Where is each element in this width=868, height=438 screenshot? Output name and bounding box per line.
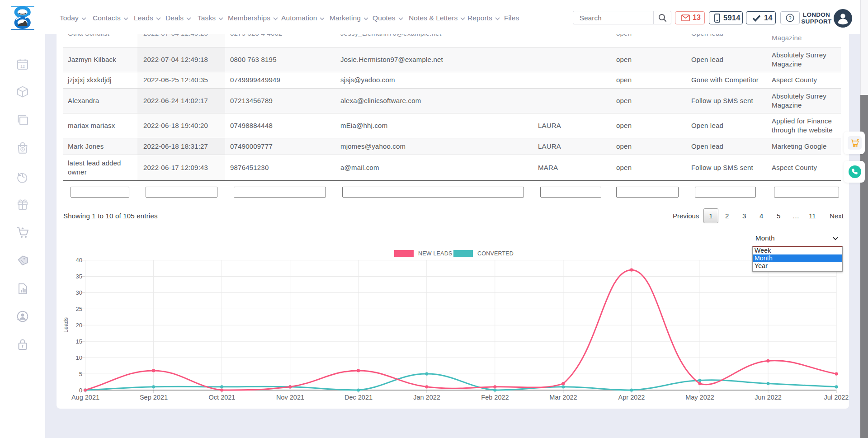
svg-text:12: 12 bbox=[20, 64, 25, 69]
svg-text:?: ? bbox=[788, 15, 791, 21]
